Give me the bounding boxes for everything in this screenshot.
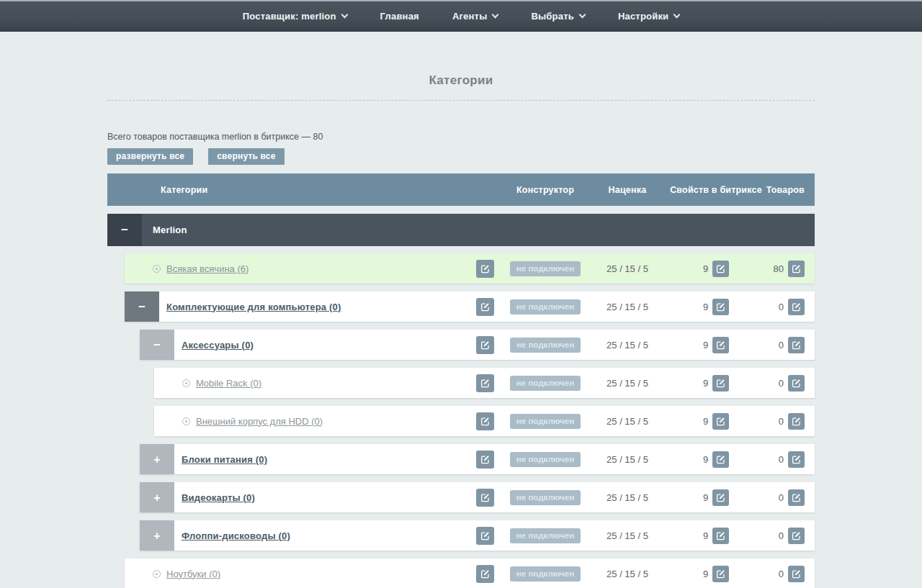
category-link[interactable]: Флоппи-дисководы (0)	[182, 530, 290, 541]
edit-products-button[interactable]	[788, 566, 805, 582]
edit-products-button[interactable]	[788, 528, 805, 544]
edit-category-button[interactable]	[476, 260, 494, 278]
edit-category-button[interactable]	[476, 565, 494, 583]
collapse-group-button[interactable]: −	[107, 214, 142, 246]
edit-props-button[interactable]	[712, 566, 729, 582]
edit-props-button[interactable]	[712, 451, 729, 468]
constructor-status-badge: не подключен	[510, 338, 581, 353]
markup-cell: 25 / 15 / 5	[588, 492, 666, 503]
nav-item-home[interactable]: Главная	[380, 11, 419, 22]
products-count: 0	[779, 378, 784, 389]
edit-icon	[792, 340, 801, 350]
leaf-indent	[125, 265, 161, 273]
props-count: 9	[703, 416, 708, 427]
products-count: 0	[779, 569, 784, 579]
category-link[interactable]: Аксессуары (0)	[182, 340, 254, 350]
products-cell: 0	[766, 413, 815, 430]
expand-category-button[interactable]: +	[140, 520, 174, 551]
edit-category-button[interactable]	[476, 374, 494, 392]
header-props: Свойств в битриксе	[666, 185, 766, 195]
collapse-category-button[interactable]: −	[125, 291, 159, 322]
content: Категории Всего товаров поставщика merli…	[0, 32, 922, 588]
edit-props-button[interactable]	[712, 337, 729, 353]
edit-products-button[interactable]	[788, 261, 805, 277]
title-divider	[107, 100, 815, 101]
edit-products-button[interactable]	[788, 413, 805, 430]
products-count: 0	[779, 454, 784, 465]
category-cell: Mobile Rack (0)	[154, 368, 467, 398]
props-count: 9	[703, 378, 708, 389]
nav-item-settings[interactable]: Настройки	[618, 11, 679, 22]
edit-category-button[interactable]	[476, 412, 494, 430]
constructor-status-badge: не подключен	[510, 528, 581, 543]
category-link[interactable]: Комплектующие для компьютера (0)	[166, 302, 341, 312]
props-count: 9	[703, 492, 708, 503]
edit-category-button[interactable]	[476, 489, 494, 507]
nav-item-select[interactable]: Выбрать	[531, 11, 584, 22]
category-row: Внешний корпус для HDD (0)не подключен25…	[154, 406, 815, 436]
row-right-columns: не подключен25 / 15 / 590	[467, 558, 815, 588]
constructor-cell: не подключен	[502, 490, 588, 505]
edit-props-button[interactable]	[712, 489, 729, 506]
expand-all-button[interactable]: развернуть все	[107, 148, 193, 165]
row-right-columns: не подключен25 / 15 / 590	[467, 406, 815, 436]
markup-value: 25 / 15 / 5	[607, 569, 648, 579]
expand-category-button[interactable]: +	[140, 444, 174, 474]
markup-value: 25 / 15 / 5	[607, 340, 648, 350]
markup-value: 25 / 15 / 5	[607, 492, 648, 503]
nav-item-agents[interactable]: Агенты	[452, 11, 498, 22]
category-link[interactable]: Mobile Rack (0)	[196, 378, 261, 389]
props-cell: 9	[666, 299, 766, 315]
category-link[interactable]: Видеокарты (0)	[182, 492, 255, 503]
category-link[interactable]: Ноутбуки (0)	[166, 569, 220, 579]
products-count: 0	[779, 492, 784, 503]
edit-props-button[interactable]	[712, 413, 729, 430]
edit-props-button[interactable]	[712, 299, 729, 315]
collapse-category-button[interactable]: −	[140, 330, 174, 360]
table-header-row: Категории Конструктор Наценка Свойств в …	[107, 173, 815, 206]
supplier-group-row: − Merlion	[107, 214, 815, 246]
category-cell: Ноутбуки (0)	[125, 558, 467, 588]
edit-products-button[interactable]	[788, 337, 805, 353]
category-link[interactable]: Внешний корпус для HDD (0)	[196, 416, 323, 427]
nav-item-supplier[interactable]: Поставщик: merlion	[243, 11, 347, 22]
edit-cell	[467, 565, 502, 583]
edit-category-button[interactable]	[476, 298, 494, 316]
markup-value: 25 / 15 / 5	[607, 416, 648, 427]
edit-category-button[interactable]	[476, 451, 494, 469]
edit-products-button[interactable]	[788, 489, 805, 506]
props-cell: 9	[666, 261, 766, 277]
markup-cell: 25 / 15 / 5	[588, 340, 666, 350]
markup-cell: 25 / 15 / 5	[588, 454, 666, 465]
collapse-all-button[interactable]: свернуть все	[208, 148, 284, 165]
category-cell: +Флоппи-дисководы (0)	[140, 520, 467, 551]
products-cell: 0	[766, 299, 815, 315]
category-link[interactable]: Всякая всячина (6)	[166, 263, 249, 274]
edit-icon	[716, 417, 725, 426]
edit-products-button[interactable]	[788, 451, 805, 468]
edit-icon	[792, 493, 801, 502]
edit-icon	[716, 264, 725, 273]
category-cell: −Комплектующие для компьютера (0)	[125, 291, 467, 322]
edit-icon	[716, 493, 725, 502]
edit-props-button[interactable]	[712, 261, 729, 277]
row-right-columns: не подключен25 / 15 / 590	[467, 444, 815, 474]
header-markup: Наценка	[588, 185, 666, 195]
edit-products-button[interactable]	[788, 375, 805, 392]
edit-category-button[interactable]	[476, 336, 494, 354]
row-right-columns: не подключен25 / 15 / 590	[467, 482, 815, 512]
edit-icon	[716, 455, 725, 464]
category-link[interactable]: Блоки питания (0)	[182, 454, 267, 465]
products-count: 80	[774, 263, 784, 274]
edit-props-button[interactable]	[712, 375, 729, 392]
edit-category-button[interactable]	[476, 527, 494, 545]
edit-products-button[interactable]	[788, 299, 805, 315]
props-cell: 9	[666, 489, 766, 506]
edit-cell	[467, 336, 502, 354]
edit-icon	[480, 264, 490, 273]
edit-props-button[interactable]	[712, 528, 729, 544]
summary-text: Всего товаров поставщика merlion в битри…	[107, 132, 815, 142]
categories-table: Категории Конструктор Наценка Свойств в …	[107, 173, 815, 588]
expand-category-button[interactable]: +	[140, 482, 174, 512]
constructor-status-badge: не подключен	[510, 566, 581, 582]
